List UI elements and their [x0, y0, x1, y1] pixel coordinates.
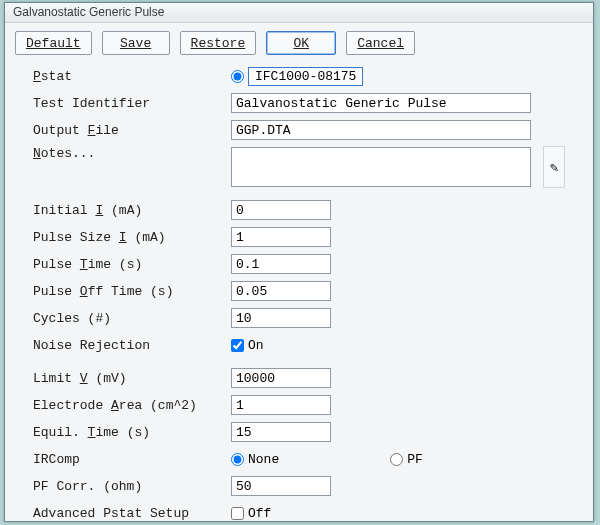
test-id-label: Test Identifier — [33, 96, 231, 111]
window-title: Galvanostatic Generic Pulse — [13, 5, 164, 19]
form-area: Pstat IFC1000-08175 Test Identifier Outp… — [5, 61, 593, 525]
pencil-icon: ✎ — [550, 159, 558, 176]
initial-i-label: Initial I (mA) — [33, 203, 231, 218]
limit-v-label: Limit V (mV) — [33, 371, 231, 386]
pulse-time-label: Pulse Time (s) — [33, 257, 231, 272]
pulse-off-time-label: Pulse Off Time (s) — [33, 284, 231, 299]
titlebar: Galvanostatic Generic Pulse — [5, 3, 593, 23]
ok-button[interactable]: OK — [266, 31, 336, 55]
notes-label: Notes... — [33, 146, 231, 161]
pf-corr-input[interactable] — [231, 476, 331, 496]
pulse-size-i-input[interactable] — [231, 227, 331, 247]
ircomp-pf-radio[interactable]: PF — [390, 452, 423, 467]
ircomp-none-radio[interactable]: None — [231, 452, 279, 467]
test-id-input[interactable] — [231, 93, 531, 113]
elec-area-label: Electrode Area (cm^2) — [33, 398, 231, 413]
toolbar: Default Save Restore OK Cancel — [5, 23, 593, 61]
equil-time-input[interactable] — [231, 422, 331, 442]
adv-pstat-checkbox[interactable] — [231, 507, 244, 520]
cycles-label: Cycles (#) — [33, 311, 231, 326]
ircomp-none-text: None — [248, 452, 279, 467]
pf-corr-label: PF Corr. (ohm) — [33, 479, 231, 494]
ircomp-none-input[interactable] — [231, 453, 244, 466]
default-button[interactable]: Default — [15, 31, 92, 55]
pstat-name: IFC1000-08175 — [248, 67, 363, 86]
notes-textarea[interactable] — [231, 147, 531, 187]
pulse-off-time-input[interactable] — [231, 281, 331, 301]
initial-i-input[interactable] — [231, 200, 331, 220]
restore-button[interactable]: Restore — [180, 31, 257, 55]
noise-rej-label: Noise Rejection — [33, 338, 231, 353]
output-file-input[interactable] — [231, 120, 531, 140]
adv-pstat-check[interactable]: Off — [231, 506, 271, 521]
dialog-window: Galvanostatic Generic Pulse Default Save… — [4, 2, 594, 522]
pstat-radio[interactable]: IFC1000-08175 — [231, 67, 363, 86]
adv-pstat-text: Off — [248, 506, 271, 521]
ircomp-label: IRComp — [33, 452, 231, 467]
pulse-size-i-label: Pulse Size I (mA) — [33, 230, 231, 245]
noise-rej-text: On — [248, 338, 264, 353]
noise-rej-checkbox[interactable] — [231, 339, 244, 352]
noise-rej-check[interactable]: On — [231, 338, 264, 353]
pulse-time-input[interactable] — [231, 254, 331, 274]
cancel-button[interactable]: Cancel — [346, 31, 415, 55]
save-button[interactable]: Save — [102, 31, 170, 55]
notes-expand-button[interactable]: ✎ — [543, 146, 565, 188]
ircomp-pf-input[interactable] — [390, 453, 403, 466]
cycles-input[interactable] — [231, 308, 331, 328]
elec-area-input[interactable] — [231, 395, 331, 415]
pstat-radio-input[interactable] — [231, 70, 244, 83]
ircomp-pf-text: PF — [407, 452, 423, 467]
output-file-label: Output File — [33, 123, 231, 138]
equil-time-label: Equil. Time (s) — [33, 425, 231, 440]
pstat-label: Pstat — [33, 69, 231, 84]
adv-pstat-label: Advanced Pstat Setup — [33, 506, 231, 521]
limit-v-input[interactable] — [231, 368, 331, 388]
